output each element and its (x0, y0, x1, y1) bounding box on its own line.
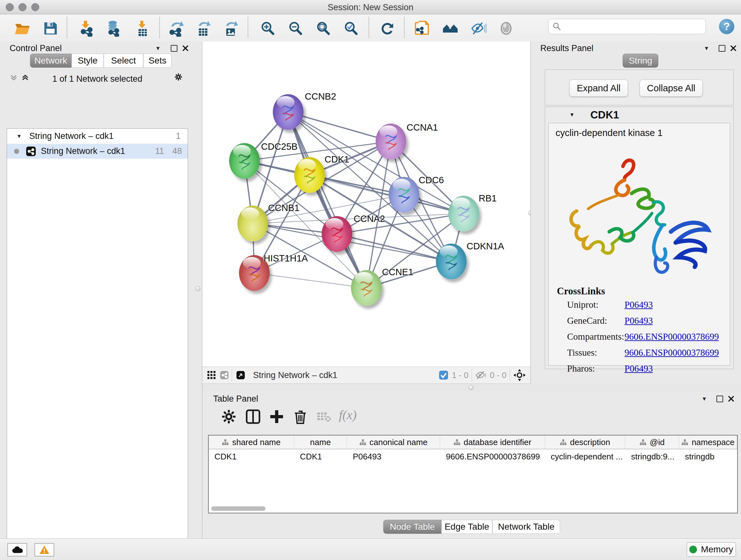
gene-symbol: CDK1 (590, 109, 619, 121)
fit-center-crosshair-icon[interactable] (513, 369, 526, 381)
column-header-namespace[interactable]: namespace (679, 435, 737, 449)
tab-string[interactable]: String (623, 54, 658, 68)
table-cell[interactable]: stringdb:9... (625, 449, 679, 464)
network-node-ccna2[interactable] (322, 216, 352, 252)
left-splitter-grip[interactable] (195, 286, 200, 291)
panel-menu-icon[interactable]: ▼ (154, 44, 162, 52)
eye-slash-icon[interactable] (470, 20, 487, 37)
table-cell[interactable]: stringdb (679, 449, 737, 464)
search-input[interactable] (548, 19, 706, 34)
collapse-all-button[interactable]: Collapse All (639, 79, 703, 97)
crosslink-link[interactable]: P06493 (624, 363, 653, 374)
cloud-status-button[interactable] (7, 543, 27, 557)
panel-float-icon[interactable] (170, 44, 178, 52)
edge-count: 48 (172, 146, 182, 156)
panel-float-icon[interactable] (718, 44, 726, 52)
zoom-selected-icon[interactable] (343, 20, 360, 37)
tab-select[interactable]: Select (104, 54, 143, 68)
network-type-icon (26, 146, 36, 156)
grid-view-icon[interactable] (207, 371, 216, 379)
panel-close-icon[interactable] (181, 44, 190, 52)
refresh-icon[interactable] (379, 20, 396, 37)
export-image-icon[interactable] (222, 20, 239, 37)
add-column-icon[interactable] (269, 409, 285, 425)
network-node-rb1[interactable] (448, 196, 479, 232)
column-header--id[interactable]: @id (625, 435, 679, 449)
crosslink-link[interactable]: 9606.ENSP00000378699 (624, 348, 719, 358)
table-cell[interactable]: 9606.ENSP00000378699 (440, 449, 545, 464)
warning-status-button[interactable] (35, 543, 54, 557)
network-node-cdk1[interactable] (294, 157, 325, 193)
import-table-icon[interactable] (134, 20, 151, 37)
network-collection-row[interactable]: ▼ String Network – cdk1 1 (7, 129, 188, 144)
entry-collapse-icon[interactable]: ▼ (569, 112, 575, 118)
panel-close-icon[interactable] (727, 395, 735, 403)
clear-table-icon[interactable] (316, 409, 332, 425)
tab-style[interactable]: Style (71, 54, 104, 68)
crosslink-link[interactable]: P06493 (624, 300, 653, 310)
column-header-canonical-name[interactable]: canonical name (347, 435, 440, 449)
network-node-ccna1[interactable] (376, 124, 406, 159)
table-settings-gear-icon[interactable] (221, 409, 237, 425)
birdseye-view-icon[interactable] (237, 371, 245, 379)
table-cell[interactable]: cyclin-dependent ... (545, 449, 625, 464)
network-row-selected[interactable]: String Network – cdk1 11 48 (7, 144, 188, 159)
crosslink-link[interactable]: 9606.ENSP00000378699 (624, 331, 719, 342)
network-node-ccnb1[interactable] (238, 206, 268, 241)
tab-network[interactable]: Network (30, 54, 71, 68)
homes-icon[interactable] (442, 20, 459, 37)
column-header-database-identifier[interactable]: database identifier (440, 435, 545, 449)
memory-button[interactable]: Memory (687, 543, 736, 557)
help-icon[interactable]: ? (719, 19, 734, 34)
tab-network-table[interactable]: Network Table (492, 520, 560, 534)
documents-share-icon[interactable] (414, 20, 430, 37)
table-cell[interactable]: P06493 (347, 449, 440, 464)
save-session-icon[interactable] (42, 20, 59, 37)
table-cell[interactable]: CDK1 (209, 449, 294, 464)
zoom-fit-icon[interactable] (315, 20, 332, 37)
expand-all-button[interactable]: Expand All (569, 79, 628, 97)
function-builder-icon[interactable]: f(x) (339, 408, 357, 422)
splitter-grip[interactable] (468, 385, 474, 390)
network-node-ccnb2[interactable] (273, 94, 304, 130)
network-badge-icon[interactable] (220, 371, 228, 379)
tab-edge-table[interactable]: Edge Table (441, 520, 492, 534)
panel-float-icon[interactable] (716, 395, 724, 403)
tree-expand-icon[interactable]: ▼ (17, 133, 22, 139)
panel-menu-icon[interactable]: ▼ (702, 44, 711, 52)
network-node-cdkn1a[interactable] (436, 244, 467, 279)
tab-sets[interactable]: Sets (143, 54, 172, 68)
network-node-cdc25b[interactable] (229, 143, 260, 179)
table-hscrollbar-thumb[interactable] (211, 506, 266, 511)
hidden-eye-icon[interactable] (475, 370, 487, 380)
crosslink-link[interactable]: P06493 (624, 315, 653, 326)
horizontal-splitter[interactable] (202, 384, 741, 391)
main-toolbar: ? (0, 14, 741, 42)
network-node-ccne1[interactable] (351, 270, 382, 306)
column-header-name[interactable]: name (294, 435, 347, 449)
zoom-out-icon[interactable] (287, 20, 304, 37)
network-node-cdc6[interactable] (389, 177, 419, 212)
panel-menu-icon[interactable]: ▼ (700, 395, 709, 403)
tab-node-table[interactable]: Node Table (383, 520, 441, 534)
open-session-icon[interactable] (14, 20, 30, 37)
table-row[interactable]: CDK1CDK1P064939606.ENSP00000378699cyclin… (209, 449, 737, 464)
show-columns-icon[interactable] (245, 409, 261, 425)
glass-sphere-icon[interactable] (498, 20, 515, 37)
selected-checkbox-icon[interactable] (439, 371, 448, 380)
column-header-shared-name[interactable]: shared name (209, 435, 294, 449)
table-cell[interactable]: CDK1 (294, 449, 347, 464)
zoom-in-icon[interactable] (260, 20, 276, 37)
results-buttons-card: Expand All Collapse All (545, 70, 734, 105)
delete-column-icon[interactable] (292, 409, 308, 425)
import-network-icon[interactable] (78, 20, 95, 37)
panel-close-icon[interactable] (729, 44, 738, 52)
import-database-icon[interactable] (105, 20, 122, 37)
export-table-icon[interactable] (195, 20, 212, 37)
table-hscrollbar[interactable] (211, 506, 734, 511)
network-view[interactable]: CCNB2CCNA1CDC25BCDK1CDC6RB1CCNB1CCNA2CDK… (202, 42, 530, 367)
column-header-description[interactable]: description (545, 435, 625, 449)
export-network-icon[interactable] (167, 20, 184, 37)
network-options-gear-icon[interactable] (174, 73, 183, 81)
shared-column-icon (681, 439, 688, 445)
